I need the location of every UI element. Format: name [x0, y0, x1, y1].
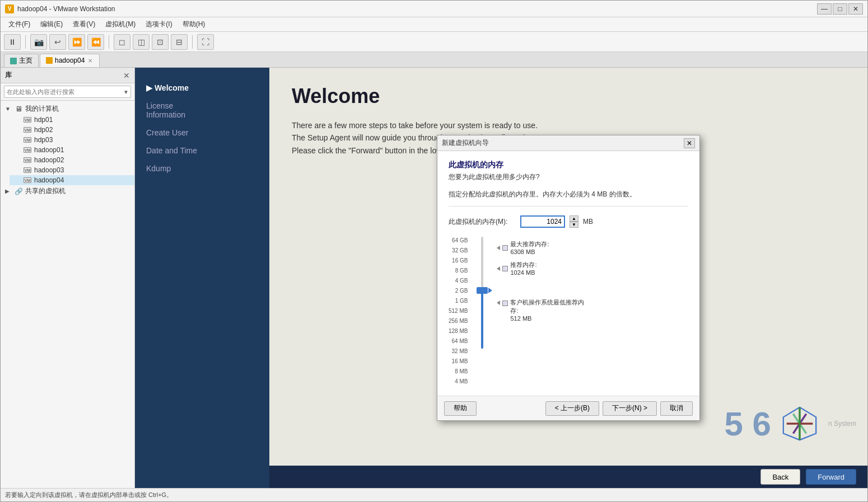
tree-node-hadoop01[interactable]: VM hadoop01	[10, 145, 134, 155]
toolbar-separator-2	[109, 35, 109, 49]
help-button[interactable]: 帮助	[444, 401, 477, 416]
menu-vm[interactable]: 虚拟机(M)	[101, 18, 140, 30]
tree-node-hdp01[interactable]: VM hdp01	[10, 115, 134, 125]
hdp02-label: hdp02	[34, 126, 53, 134]
next-button[interactable]: 下一步(N) >	[603, 401, 657, 416]
menu-help[interactable]: 帮助(H)	[178, 18, 210, 30]
menu-file[interactable]: 文件(F)	[4, 18, 35, 30]
scale-32mb: 32 MB	[452, 346, 468, 356]
scale-512mb: 512 MB	[449, 306, 468, 316]
dialog-description: 指定分配给此虚拟机的内存里。内存大小必须为 4 MB 的倍数。	[449, 190, 688, 207]
max-memory-info: 最大推荐内存: 6308 MB	[510, 240, 549, 255]
toolbar: ⏸ 📷 ↩ ⏩ ⏪ ◻ ◫ ⊡ ⊟ ⛶	[1, 32, 867, 52]
max-memory-value: 6308 MB	[510, 248, 549, 255]
maximize-button[interactable]: □	[833, 3, 847, 15]
hadoop03-label: hadoop03	[34, 166, 64, 174]
dialog-close-button[interactable]: ✕	[684, 138, 695, 148]
forward-vm-button[interactable]: ⏩	[68, 34, 85, 50]
memory-unit: MB	[583, 218, 593, 226]
hdp03-label: hdp03	[34, 136, 53, 144]
vm-icon-hadoop02: VM	[23, 156, 32, 164]
tree-node-hadoop04[interactable]: VM hadoop04	[10, 175, 134, 185]
pause-button[interactable]: ⏸	[4, 34, 21, 50]
search-wrapper: ▼	[4, 86, 131, 98]
tabs-bar: 主页 hadoop04 ✕	[1, 52, 867, 68]
status-text: 若要输入定向到该虚拟机，请在虚拟机内部单击或按 Ctrl+G。	[5, 491, 172, 499]
scale-64mb: 64 MB	[452, 336, 468, 346]
computer-icon: 🖥	[14, 105, 23, 113]
tab-home-label: 主页	[19, 56, 32, 65]
status-bar: 若要输入定向到该虚拟机，请在虚拟机内部单击或按 Ctrl+G。	[1, 488, 867, 501]
nav-datetime-label: Date and Time	[146, 146, 197, 155]
right-pane: ▶ Welcome LicenseInformation Create User…	[135, 68, 867, 488]
tab-hadoop04[interactable]: hadoop04 ✕	[40, 54, 100, 67]
close-button[interactable]: ✕	[848, 3, 863, 15]
shared-icon: 🔗	[14, 187, 23, 195]
setup-main-content: Welcome There are a few more steps to ta…	[269, 68, 867, 488]
fullscreen-button[interactable]: ⛶	[197, 34, 214, 50]
hdp01-label: hdp01	[34, 116, 53, 124]
nav-kdump-label: Kdump	[146, 164, 171, 173]
memory-label: 此虚拟机的内存(M):	[449, 217, 516, 227]
nav-kdump[interactable]: Kdump	[135, 159, 269, 177]
back-vm-button[interactable]: ⏪	[87, 34, 104, 50]
menu-edit[interactable]: 编辑(E)	[36, 18, 67, 30]
memory-value-input[interactable]	[520, 215, 565, 228]
tree-node-my-computer[interactable]: ▼ 🖥 我的计算机	[1, 103, 134, 115]
revert-button[interactable]: ↩	[49, 34, 66, 50]
title-bar-controls: — □ ✕	[817, 3, 863, 15]
tab-hadoop04-label: hadoop04	[55, 57, 85, 64]
rec-memory-label: 推荐内存:	[510, 261, 536, 269]
nav-license[interactable]: LicenseInformation	[135, 97, 269, 124]
view-button-4[interactable]: ⊟	[171, 34, 188, 50]
sidebar-title: 库	[5, 71, 12, 80]
minimize-button[interactable]: —	[817, 3, 832, 15]
search-input[interactable]	[4, 86, 131, 98]
view-button-3[interactable]: ⊡	[152, 34, 169, 50]
memory-slider-track[interactable]	[477, 237, 488, 349]
sidebar: 库 ✕ ▼ ▼ 🖥 我的计算机 VM	[1, 68, 135, 488]
tree-node-shared[interactable]: ▶ 🔗 共享的虚拟机	[1, 185, 134, 197]
tab-close-icon[interactable]: ✕	[87, 58, 94, 64]
memory-increment-button[interactable]: ▲	[570, 215, 578, 222]
expand-icon-my-computer[interactable]: ▼	[5, 106, 14, 112]
vm-icon-hdp02: VM	[23, 126, 32, 134]
hadoop02-label: hadoop02	[34, 156, 64, 164]
nav-create-user[interactable]: Create User	[135, 124, 269, 142]
tree-node-hadoop03[interactable]: VM hadoop03	[10, 165, 134, 175]
tree-node-hadoop02[interactable]: VM hadoop02	[10, 155, 134, 165]
back-button[interactable]: < 上一步(B)	[545, 401, 599, 416]
memory-decrement-button[interactable]: ▼	[570, 222, 578, 228]
screenshot-button[interactable]: 📷	[30, 34, 47, 50]
cancel-button[interactable]: 取消	[660, 401, 693, 416]
nav-datetime[interactable]: Date and Time	[135, 142, 269, 159]
tab-home[interactable]: 主页	[4, 54, 39, 67]
dialog-footer-buttons: < 上一步(B) 下一步(N) > 取消	[545, 401, 693, 416]
scale-8mb: 8 MB	[455, 367, 468, 377]
title-bar: V hadoop04 - VMware Workstation — □ ✕	[1, 1, 867, 17]
home-tab-icon	[10, 58, 17, 64]
app-icon: V	[5, 4, 14, 13]
memory-slider-thumb[interactable]	[477, 287, 488, 294]
tree-node-hdp02[interactable]: VM hdp02	[10, 125, 134, 135]
nav-welcome[interactable]: ▶ Welcome	[135, 79, 269, 97]
dialog-body: 此虚拟机的内存 您要为此虚拟机使用多少内存? 指定分配给此虚拟机的内存里。内存大…	[437, 151, 699, 396]
menu-tabs[interactable]: 选项卡(I)	[141, 18, 176, 30]
menu-view[interactable]: 查看(V)	[68, 18, 100, 30]
search-dropdown-icon[interactable]: ▼	[123, 89, 129, 95]
scale-4mb: 4 MB	[455, 377, 468, 387]
sidebar-close-button[interactable]: ✕	[123, 71, 130, 80]
scale-4gb: 4 GB	[455, 276, 468, 286]
scale-16mb: 16 MB	[452, 356, 468, 367]
view-button-1[interactable]: ◻	[114, 34, 130, 50]
slider-active-fill	[481, 293, 483, 349]
nav-welcome-label: ▶ Welcome	[146, 83, 189, 92]
max-memory-arrow-icon	[497, 246, 500, 250]
tree-node-hdp03[interactable]: VM hdp03	[10, 135, 134, 145]
vm-icon-hdp03: VM	[23, 136, 32, 144]
min-memory-box-icon	[502, 301, 508, 306]
expand-icon-shared[interactable]: ▶	[5, 188, 14, 194]
max-memory-marker: 最大推荐内存: 6308 MB	[497, 240, 589, 255]
max-memory-box-icon	[502, 245, 508, 251]
view-button-2[interactable]: ◫	[133, 34, 150, 50]
